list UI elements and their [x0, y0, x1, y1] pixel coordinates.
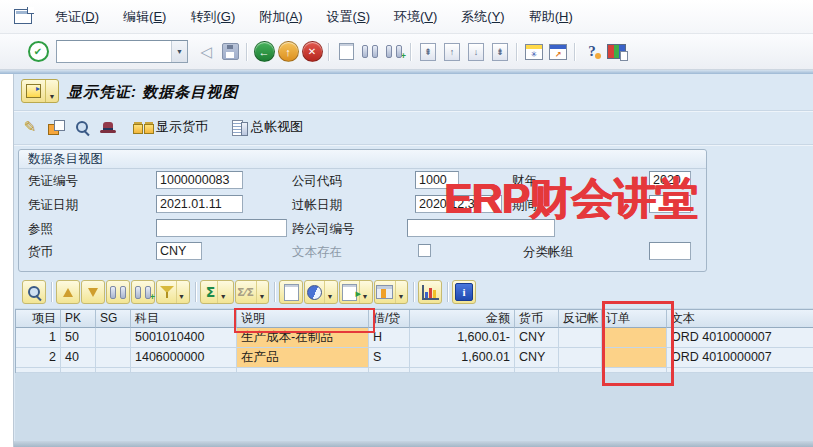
display-currency-button[interactable]: 显示货币	[129, 116, 212, 138]
ledger-icon	[232, 120, 248, 135]
col-header-reverse[interactable]: 反记帐	[559, 310, 602, 328]
hide-command-field-button[interactable]: ◁	[194, 40, 218, 64]
find-next-button[interactable]: +	[131, 280, 155, 304]
cell-currency[interactable]: CNY	[515, 328, 559, 348]
menu-item-goto[interactable]: 转到(G)	[185, 5, 240, 29]
layout-grid-icon	[376, 285, 393, 299]
dropdown-arrow-icon[interactable]: ▼	[395, 281, 406, 303]
dropdown-arrow-icon[interactable]: ▼	[217, 281, 228, 303]
dropdown-arrow-icon[interactable]: ▼	[324, 281, 335, 303]
col-header-text[interactable]: 文本	[667, 310, 813, 328]
cell-amount[interactable]: 1,600.01	[410, 348, 515, 368]
total-button[interactable]: Σ▼	[200, 280, 234, 304]
separator-line	[14, 144, 813, 145]
dropdown-arrow-icon[interactable]: ▼	[256, 281, 267, 303]
cell-reverse[interactable]	[559, 348, 602, 368]
cell-text[interactable]: ORD 4010000007	[667, 348, 813, 368]
title-context-menu-button[interactable]: ▼	[21, 79, 59, 103]
left-triangle-icon: ◁	[200, 43, 212, 61]
last-page-button[interactable]: ⇟	[488, 40, 512, 64]
currency-field[interactable]: CNY	[156, 242, 202, 260]
col-header-account[interactable]: 科目	[131, 310, 237, 328]
document-header-button[interactable]	[97, 116, 119, 138]
filter-button[interactable]: ▼	[156, 280, 190, 304]
command-field[interactable]: ▼	[56, 40, 188, 63]
general-ledger-view-button[interactable]: 总帐视图	[228, 116, 307, 138]
new-session-button[interactable]: ✳	[522, 40, 546, 64]
doc-date-field[interactable]: 2021.01.11	[156, 195, 243, 213]
create-shortcut-button[interactable]: ↗	[546, 40, 570, 64]
info-button[interactable]: i	[452, 280, 476, 304]
toggle-display-change-button[interactable]: ✎	[19, 116, 41, 138]
cell-account[interactable]: 5001010400	[131, 328, 237, 348]
cell-sg[interactable]	[96, 328, 131, 348]
first-page-button[interactable]: ⇞	[416, 40, 440, 64]
print-button[interactable]	[334, 40, 358, 64]
col-header-desc[interactable]: 说明	[237, 310, 369, 328]
sort-descending-button[interactable]	[81, 280, 105, 304]
menu-item-system[interactable]: 系统(Y)	[456, 5, 509, 29]
dropdown-arrow-icon[interactable]: ▼	[45, 80, 58, 102]
cancel-button[interactable]: ✕	[300, 40, 324, 64]
cell-dc[interactable]: H	[369, 328, 410, 348]
cell-pk[interactable]: 40	[61, 348, 96, 368]
details-button[interactable]	[22, 280, 46, 304]
find-button[interactable]	[106, 280, 130, 304]
page-down-button[interactable]: ↓	[464, 40, 488, 64]
help-button[interactable]: ?	[580, 40, 604, 64]
ledger-group-field[interactable]	[649, 242, 691, 260]
cell-order[interactable]	[602, 348, 667, 368]
page-up-button[interactable]: ↑	[440, 40, 464, 64]
layout-button[interactable]: ▼	[374, 280, 408, 304]
col-header-item[interactable]: 项目	[16, 310, 61, 328]
cell-reverse[interactable]	[559, 328, 602, 348]
graphic-button[interactable]	[418, 280, 442, 304]
save-button[interactable]	[218, 40, 242, 64]
cell-desc[interactable]: 生产成本-在制品	[237, 328, 369, 348]
col-header-pk[interactable]: PK	[61, 310, 96, 328]
export-button[interactable]: ▸▼	[339, 280, 373, 304]
col-header-currency[interactable]: 货币	[515, 310, 559, 328]
menu-item-edit[interactable]: 编辑(E)	[118, 5, 171, 29]
cell-dc[interactable]: S	[369, 348, 410, 368]
exit-button[interactable]: ↑	[276, 40, 300, 64]
find-next-button[interactable]: +	[382, 40, 406, 64]
reference-field[interactable]	[156, 219, 287, 237]
dropdown-arrow-icon[interactable]: ▼	[176, 281, 187, 303]
menu-item-settings[interactable]: 设置(S)	[322, 5, 375, 29]
last-page-icon: ⇟	[492, 43, 508, 61]
select-other-document-button[interactable]	[45, 116, 67, 138]
col-header-sg[interactable]: SG	[96, 310, 131, 328]
subtotal-button[interactable]: Σ⁄Σ▼	[235, 280, 269, 304]
back-button[interactable]: ←	[252, 40, 276, 64]
cell-pk[interactable]: 50	[61, 328, 96, 348]
col-header-amount[interactable]: 金额	[410, 310, 515, 328]
export-icon: ▸	[342, 284, 357, 301]
display-document-overview-button[interactable]	[71, 116, 93, 138]
col-header-dc[interactable]: 借/贷	[369, 310, 410, 328]
cell-order[interactable]	[602, 328, 667, 348]
menu-item-document[interactable]: 凭证(D)	[50, 5, 104, 29]
col-header-order[interactable]: 订单	[602, 310, 667, 328]
menu-item-extras[interactable]: 附加(A)	[254, 5, 307, 29]
print-button[interactable]	[279, 280, 303, 304]
find-button[interactable]	[358, 40, 382, 64]
cell-item[interactable]: 1	[16, 328, 61, 348]
menu-item-help[interactable]: 帮助(H)	[524, 5, 578, 29]
cell-desc[interactable]: 在产品	[237, 348, 369, 368]
cell-sg[interactable]	[96, 348, 131, 368]
cell-amount[interactable]: 1,600.01-	[410, 328, 515, 348]
doc-number-field[interactable]: 1000000083	[156, 171, 243, 189]
main-panel: ▼ 显示凭证: 数据条目视图 ✎ 显示货币 总帐视图 数据条目视图 凭证编号 1…	[13, 74, 813, 447]
cell-account[interactable]: 1406000000	[131, 348, 237, 368]
cell-item[interactable]: 2	[16, 348, 61, 368]
command-dropdown-icon[interactable]: ▼	[171, 41, 187, 62]
cell-text[interactable]: ORD 4010000007	[667, 328, 813, 348]
views-button[interactable]: ▼	[304, 280, 338, 304]
enter-button[interactable]: ✔	[26, 40, 50, 64]
sort-ascending-button[interactable]	[56, 280, 80, 304]
cell-currency[interactable]: CNY	[515, 348, 559, 368]
customize-layout-button[interactable]	[604, 40, 628, 64]
menu-item-environment[interactable]: 环境(V)	[389, 5, 442, 29]
system-menu-icon[interactable]	[14, 9, 32, 24]
